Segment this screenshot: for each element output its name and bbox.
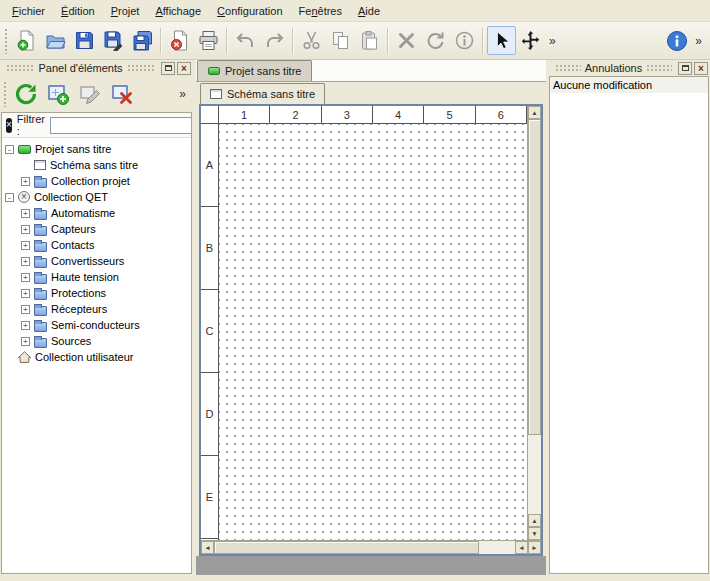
expander-icon[interactable]: +	[21, 337, 30, 346]
expander-icon[interactable]: +	[21, 225, 30, 234]
titlebar-grip	[646, 64, 672, 72]
schema-tab-label: Schéma sans titre	[227, 88, 315, 100]
scroll-right-button[interactable]	[528, 541, 541, 554]
tree-item-contacts[interactable]: + Contacts	[2, 237, 191, 253]
tree-item-schema[interactable]: Schéma sans titre	[2, 157, 191, 173]
titlebar-grip	[555, 64, 581, 72]
menu-edition[interactable]: Édition	[53, 2, 103, 20]
toolbar-overflow-chevron-right[interactable]: »	[691, 34, 706, 48]
scroll-up-button[interactable]	[528, 514, 541, 527]
diagram-canvas[interactable]	[219, 124, 527, 540]
expander-icon[interactable]: +	[21, 321, 30, 330]
new-document-button[interactable]	[12, 26, 41, 55]
menu-projet[interactable]: Projet	[103, 2, 148, 20]
print-icon	[198, 30, 219, 51]
clear-filter-icon[interactable]	[6, 118, 12, 133]
edit-element-button[interactable]	[75, 79, 105, 109]
save-as-button[interactable]	[99, 26, 128, 55]
menu-fenetres[interactable]: Fenêtres	[291, 2, 350, 20]
vertical-scroll-track[interactable]	[528, 119, 541, 514]
toolbar-overflow-chevron[interactable]: »	[545, 34, 560, 48]
tree-item-sources[interactable]: + Sources	[2, 333, 191, 349]
tree-item-protections[interactable]: + Protections	[2, 285, 191, 301]
delete-element-button[interactable]	[107, 79, 137, 109]
menu-configuration[interactable]: Configuration	[209, 2, 290, 20]
vertical-scrollbar[interactable]	[527, 106, 541, 540]
expander-icon[interactable]: +	[21, 257, 30, 266]
menu-fichier[interactable]: Fichier	[4, 2, 53, 20]
expander-icon[interactable]: +	[21, 273, 30, 282]
scroll-left-button[interactable]	[515, 541, 528, 554]
undo-button[interactable]	[231, 26, 260, 55]
about-qet-button[interactable]	[662, 26, 691, 55]
close-panel-button[interactable]: ×	[177, 62, 191, 75]
scroll-up-button[interactable]	[528, 106, 541, 119]
float-panel-button[interactable]	[678, 62, 692, 75]
expander-icon[interactable]: +	[21, 177, 30, 186]
open-folder-icon	[45, 30, 66, 51]
undo-panel-titlebar[interactable]: Annulations ×	[549, 60, 710, 76]
tree-item-label: Sources	[51, 335, 91, 347]
float-panel-button[interactable]	[161, 62, 175, 75]
expander-icon[interactable]: +	[21, 289, 30, 298]
save-all-button[interactable]	[128, 26, 157, 55]
close-panel-button[interactable]: ×	[694, 62, 708, 75]
toolbar-handle[interactable]	[4, 28, 9, 54]
rotate-button[interactable]	[421, 26, 450, 55]
tab-schema-sans-titre[interactable]: Schéma sans titre	[200, 83, 325, 104]
print-button[interactable]	[194, 26, 223, 55]
filter-row: Filtrer :	[2, 113, 191, 138]
horizontal-scrollbar[interactable]	[201, 540, 541, 554]
pointer-icon	[491, 30, 512, 51]
menu-aide[interactable]: Aide	[350, 2, 388, 20]
scroll-down-button[interactable]	[528, 527, 541, 540]
tree-item-recepteurs[interactable]: + Récepteurs	[2, 301, 191, 317]
expander-icon[interactable]: +	[21, 305, 30, 314]
element-info-button[interactable]	[450, 26, 479, 55]
workspace: Panel d'éléments × » Filtrer	[0, 60, 710, 575]
undo-history-list[interactable]: Aucune modification	[549, 76, 709, 574]
tree-item-convertisseurs[interactable]: + Convertisseurs	[2, 253, 191, 269]
panel-toolbar-overflow-chevron[interactable]: »	[179, 87, 190, 101]
delete-button[interactable]	[392, 26, 421, 55]
tree-item-automatisme[interactable]: + Automatisme	[2, 205, 191, 221]
close-icon: ×	[181, 64, 187, 73]
menu-affichage[interactable]: Affichage	[147, 2, 209, 20]
select-tool-button[interactable]	[487, 26, 516, 55]
expander-icon[interactable]: -	[5, 193, 14, 202]
tree-item-project[interactable]: - Projet sans titre	[2, 141, 191, 157]
tree-item-label: Schéma sans titre	[50, 159, 138, 171]
copy-icon	[330, 30, 351, 51]
tree-item-semi-conducteurs[interactable]: + Semi-conducteurs	[2, 317, 191, 333]
cut-button[interactable]	[297, 26, 326, 55]
save-button[interactable]	[70, 26, 99, 55]
tree-item-collection-projet[interactable]: + Collection projet	[2, 173, 191, 189]
tree-item-haute-tension[interactable]: + Haute tension	[2, 269, 191, 285]
new-element-button[interactable]	[43, 79, 73, 109]
tree-item-collection-utilisateur[interactable]: Collection utilisateur	[2, 349, 191, 365]
vertical-scroll-thumb[interactable]	[528, 119, 541, 435]
scroll-left-button[interactable]	[201, 541, 214, 554]
toolbar-handle[interactable]	[3, 81, 8, 107]
tree-item-collection-qet[interactable]: - Collection QET	[2, 189, 191, 205]
open-project-button[interactable]	[41, 26, 70, 55]
elements-panel-titlebar[interactable]: Panel d'éléments ×	[0, 60, 193, 76]
tab-projet-sans-titre[interactable]: Projet sans titre	[197, 60, 312, 81]
redo-button[interactable]	[260, 26, 289, 55]
reload-collections-button[interactable]	[11, 79, 41, 109]
expander-icon[interactable]: +	[21, 209, 30, 218]
horizontal-scroll-thumb[interactable]	[214, 541, 479, 554]
project-icon	[18, 145, 31, 154]
paste-button[interactable]	[355, 26, 384, 55]
copy-button[interactable]	[326, 26, 355, 55]
expander-icon[interactable]: +	[21, 241, 30, 250]
expander-icon[interactable]: -	[5, 145, 14, 154]
horizontal-scroll-track[interactable]	[214, 541, 515, 554]
close-file-button[interactable]	[165, 26, 194, 55]
filter-input[interactable]	[50, 117, 192, 134]
folder-icon	[34, 258, 47, 268]
tree-item-label: Semi-conducteurs	[51, 319, 140, 331]
row-header: B	[201, 207, 218, 290]
tree-item-capteurs[interactable]: + Capteurs	[2, 221, 191, 237]
move-tool-button[interactable]	[516, 26, 545, 55]
